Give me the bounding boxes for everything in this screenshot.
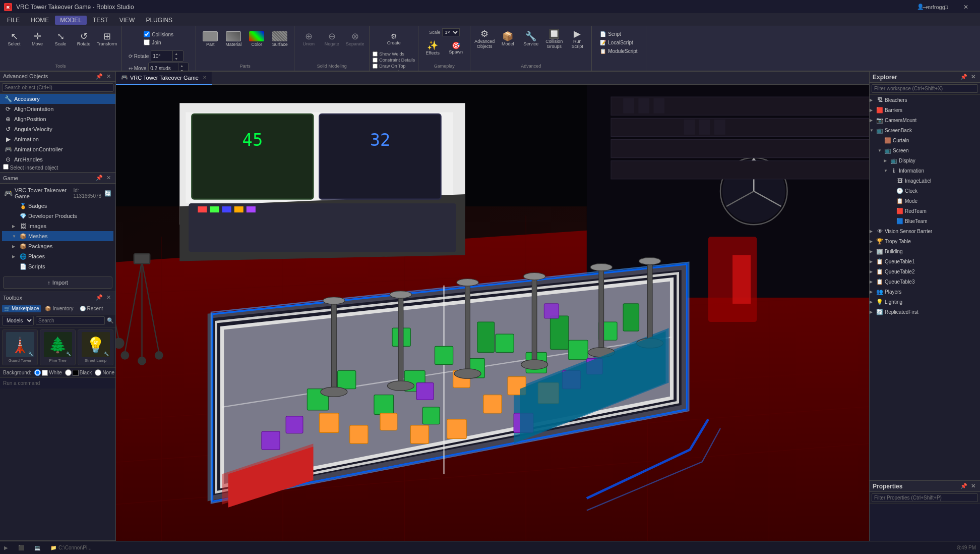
explorer-pin-button[interactable]: 📌 [960,73,968,81]
select-inserted-option[interactable]: Select inserted object [0,162,115,172]
color-button[interactable]: Color [246,28,268,50]
exp-information[interactable]: ▼ ℹ Information [870,165,980,176]
viewport-canvas[interactable]: 45 32 [116,85,869,541]
exp-screenback[interactable]: ▼ 📺 ScreenBack [870,125,980,135]
material-button[interactable]: Material [222,28,244,50]
transform-button[interactable]: ⊞ Transform [96,28,118,50]
tree-packages[interactable]: ▶ 📦 Packages [2,241,113,251]
tree-meshes[interactable]: ▼ 📦 Meshes [2,231,113,241]
draw-on-top-check[interactable] [373,64,378,69]
script-button[interactable]: 📄 Script [598,30,639,38]
menu-home[interactable]: HOME [26,16,54,25]
properties-close-button[interactable]: ✕ [969,482,977,490]
surface-button[interactable]: Surface [269,28,291,50]
part-button[interactable]: Part [199,28,221,50]
localscript-button[interactable]: 📝 LocalScript [598,39,639,46]
game-close-button[interactable]: ✕ [104,174,112,182]
toolbox-pin-button[interactable]: 📌 [95,294,103,302]
explorer-search-input[interactable] [872,84,978,93]
command-bar[interactable]: Run a command [0,377,115,389]
adv-objects-search[interactable] [2,83,113,92]
import-button[interactable]: ↑ Import [3,276,112,289]
list-item-animation[interactable]: ▶ Animation [0,134,115,144]
menu-view[interactable]: VIEW [114,16,140,25]
toolbox-filter-select[interactable]: Models [2,316,34,325]
exp-bleachers[interactable]: ▶ 🏗 Bleachers [870,95,980,105]
tree-images[interactable]: ▶ 🖼 Images [2,221,113,231]
vp-tab-game[interactable]: 🎮 VRC Tower Takeover Game ✕ [116,72,212,85]
move-button[interactable]: ✛ Move [26,28,48,50]
collision-groups-button[interactable]: 🔲 CollisionGroups [543,28,565,50]
tree-developer-products[interactable]: 💎 Developer Products [2,211,113,221]
adv-close-button[interactable]: ✕ [104,72,112,80]
move-down[interactable]: ▼ [178,68,185,72]
show-welds-check[interactable] [373,51,378,57]
menu-model[interactable]: MODEL [55,16,87,25]
vp-tab-close[interactable]: ✕ [203,75,207,80]
menu-plugins[interactable]: PLUGINS [141,16,177,25]
move-field[interactable]: ▲ ▼ [148,63,189,72]
select-button[interactable]: ↖ Select [3,28,25,50]
rotate-button[interactable]: ↺ Rotate [73,28,95,50]
exp-cameramount[interactable]: ▶ 📷 CameraMount [870,115,980,125]
explorer-close-button[interactable]: ✕ [969,73,977,81]
bg-black-option[interactable]: Black [65,369,92,376]
tree-scripts[interactable]: 📄 Scripts [2,261,113,271]
viewport[interactable]: 🎮 VRC Tower Takeover Game ✕ [116,72,869,541]
union-button[interactable]: ⊕ Union [297,28,320,50]
list-item-angularvelocity[interactable]: ↺ AngularVelocity [0,124,115,134]
list-item-alignorientation[interactable]: ⟳ AlignOrientation [0,104,115,114]
service-button[interactable]: 🔧 Service [520,28,542,50]
exp-clock[interactable]: 🕐 Clock [870,186,980,196]
effects-button[interactable]: ✨ Effects [421,37,444,60]
list-item-alignposition[interactable]: ⊕ AlignPosition [0,114,115,124]
bg-white-radio[interactable] [34,369,41,376]
properties-search-input[interactable] [872,493,978,502]
create-button[interactable]: ⚙ Create [383,28,405,50]
list-item-archandles[interactable]: ⊙ ArcHandles [0,154,115,163]
bg-black-radio[interactable] [65,369,72,376]
status-play-button[interactable]: ▶ [4,545,8,550]
tab-inventory[interactable]: 📦 Inventory [43,305,75,312]
exp-imagelabel[interactable]: 🖼 ImageLabel [870,176,980,186]
spawn-button[interactable]: 🎯 Spawn [445,37,467,60]
exp-queuetable2[interactable]: ▶ 📋 QueueTable2 [870,266,980,276]
list-item-animationcontroller[interactable]: 🎮 AnimationController [0,144,115,154]
toolbox-close-button[interactable]: ✕ [104,294,112,302]
toolbox-item-lamp[interactable]: 💡 🔧 Street Lamp [78,329,113,365]
bg-none-radio[interactable] [95,369,101,376]
status-stop-button[interactable]: ⬛ [18,545,24,550]
tab-recent[interactable]: 🕐 Recent [78,305,105,312]
tree-places[interactable]: ▶ 🌐 Places [2,251,113,261]
refresh-icon[interactable]: 🔄 [104,190,111,197]
exp-players[interactable]: ▶ 👥 Players [870,287,980,297]
game-pin-button[interactable]: 📌 [95,174,103,182]
join-checkbox[interactable] [144,39,150,45]
close-button[interactable]: ✕ [956,0,976,14]
exp-screen[interactable]: ▼ 📺 Screen [870,145,980,155]
scale-button[interactable]: ⤡ Scale [49,28,72,50]
move-up[interactable]: ▲ [178,63,185,68]
exp-lighting[interactable]: ▶ 💡 Lighting [870,297,980,307]
exp-replicatedfirst[interactable]: ▶ 🔄 ReplicatedFirst [870,307,980,317]
rotate-input[interactable] [151,52,172,60]
exp-curtain[interactable]: 🟫 Curtain [870,135,980,145]
exp-mode[interactable]: 📋 Mode [870,196,980,206]
tab-marketplace[interactable]: 🛒 Marketplace [2,305,41,312]
exp-building[interactable]: ▶ 🏢 Building [870,246,980,256]
exp-queuetable1[interactable]: ▶ 📋 QueueTable1 [870,256,980,266]
bg-white-option[interactable]: White [34,369,62,376]
toolbox-item-tree[interactable]: 🌲 🔧 Pine Tree [40,329,76,365]
exp-blueteam[interactable]: 🟦 BlueTeam [870,216,980,226]
constraint-details-check[interactable] [373,58,378,63]
menu-file[interactable]: FILE [2,16,25,25]
move-input[interactable] [149,65,178,72]
tree-badges[interactable]: 🏅 Badges [2,201,113,211]
collisions-checkbox[interactable] [144,31,150,37]
scale-select[interactable]: 1× [442,28,460,36]
exp-display[interactable]: ▶ 📺 Display [870,155,980,165]
toolbox-search-input[interactable] [36,316,105,325]
negate-button[interactable]: ⊖ Negate [321,28,343,50]
rotate-field[interactable]: ▲ ▼ [151,50,183,62]
menu-test[interactable]: TEST [88,16,113,25]
